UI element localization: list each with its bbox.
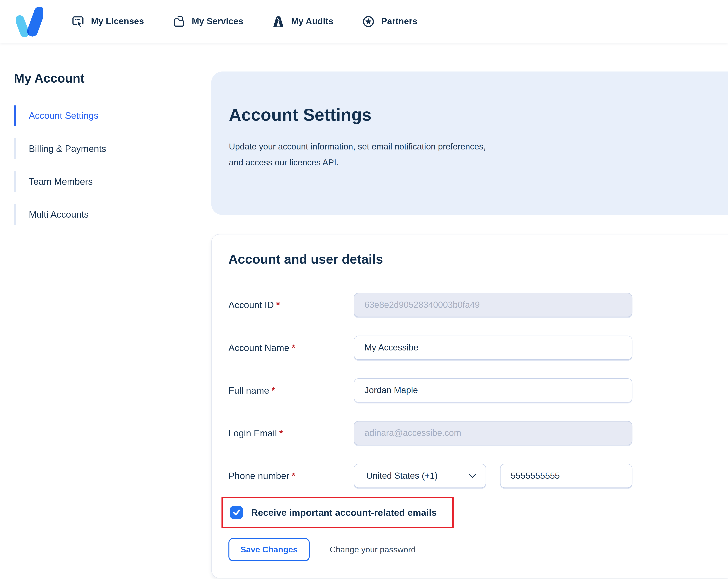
sidebar-nav: Account Settings Billing & Payments Team… bbox=[14, 105, 211, 225]
form-row-account-id: Account ID* bbox=[228, 293, 709, 317]
chevron-down-icon bbox=[468, 471, 476, 481]
label-text: Login Email bbox=[228, 428, 277, 438]
sidebar-item-team-members[interactable]: Team Members bbox=[14, 171, 211, 192]
country-code-select[interactable]: United States (+1) bbox=[354, 464, 486, 488]
page-description-line: Update your account information, set ema… bbox=[229, 139, 591, 154]
phone-input-group: United States (+1) bbox=[354, 464, 632, 488]
receive-emails-checkbox[interactable] bbox=[230, 506, 243, 519]
partners-star-circle-icon bbox=[362, 15, 375, 28]
page-description: Update your account information, set ema… bbox=[229, 139, 591, 170]
form-row-account-name: Account Name* bbox=[228, 336, 709, 360]
required-asterisk: * bbox=[292, 471, 295, 481]
sidebar-item-label: Team Members bbox=[29, 176, 93, 187]
form-actions: Save Changes Change your password bbox=[228, 538, 709, 561]
full-name-label: Full name* bbox=[228, 385, 354, 396]
receive-emails-label: Receive important account-related emails bbox=[251, 507, 437, 518]
account-id-field bbox=[354, 293, 632, 317]
change-password-link[interactable]: Change your password bbox=[330, 545, 416, 555]
sidebar-title: My Account bbox=[14, 72, 211, 86]
nav-item-partners[interactable]: Partners bbox=[362, 15, 417, 28]
login-email-field bbox=[354, 421, 632, 445]
label-text: Phone number bbox=[228, 471, 289, 481]
sidebar: My Account Account Settings Billing & Pa… bbox=[0, 43, 211, 237]
services-folder-icon bbox=[173, 15, 185, 28]
phone-number-label: Phone number* bbox=[228, 471, 354, 481]
required-asterisk: * bbox=[291, 342, 295, 352]
sidebar-item-account-settings[interactable]: Account Settings bbox=[14, 105, 211, 126]
sidebar-item-multi-accounts[interactable]: Multi Accounts bbox=[14, 204, 211, 225]
nav-item-label: My Audits bbox=[291, 16, 334, 26]
checkmark-icon bbox=[232, 509, 240, 516]
required-asterisk: * bbox=[279, 428, 283, 438]
sidebar-item-label: Billing & Payments bbox=[29, 143, 106, 154]
page-header-card: Account Settings Update your account inf… bbox=[211, 72, 728, 215]
form-row-phone-number: Phone number* United States (+1) bbox=[228, 464, 709, 488]
phone-number-field[interactable] bbox=[500, 464, 632, 488]
audits-easel-icon bbox=[272, 15, 285, 28]
account-details-card: Account and user details Account ID* Acc… bbox=[211, 234, 728, 578]
country-code-value: United States (+1) bbox=[366, 471, 438, 481]
nav-item-label: Partners bbox=[381, 16, 417, 26]
account-name-label: Account Name* bbox=[228, 342, 354, 353]
sidebar-item-label: Account Settings bbox=[29, 110, 99, 121]
label-text: Account ID bbox=[228, 300, 274, 310]
nav-item-label: My Services bbox=[192, 16, 243, 26]
label-text: Full name bbox=[228, 385, 269, 395]
page-body: My Account Account Settings Billing & Pa… bbox=[0, 43, 728, 578]
nav-item-label: My Licenses bbox=[91, 16, 144, 26]
account-name-field[interactable] bbox=[354, 336, 632, 360]
label-text: Account Name bbox=[228, 342, 289, 352]
required-asterisk: * bbox=[271, 385, 275, 395]
accessibe-logo[interactable] bbox=[16, 5, 43, 38]
main-content: Account Settings Update your account inf… bbox=[211, 43, 728, 578]
account-id-label: Account ID* bbox=[228, 300, 354, 310]
sidebar-item-billing-payments[interactable]: Billing & Payments bbox=[14, 138, 211, 159]
required-asterisk: * bbox=[276, 300, 280, 310]
page: My Licenses My Services My Audits bbox=[0, 0, 728, 579]
nav-item-my-audits[interactable]: My Audits bbox=[272, 15, 334, 28]
nav-item-my-licenses[interactable]: My Licenses bbox=[72, 15, 144, 28]
licenses-window-cursor-icon bbox=[72, 15, 84, 28]
page-title: Account Settings bbox=[229, 105, 706, 125]
full-name-field[interactable] bbox=[354, 378, 632, 402]
page-description-line: and access our licences API. bbox=[229, 155, 591, 170]
red-highlight-annotation: Receive important account-related emails bbox=[222, 497, 453, 528]
top-navigation: My Licenses My Services My Audits bbox=[0, 0, 728, 43]
form-row-full-name: Full name* bbox=[228, 378, 709, 402]
login-email-label: Login Email* bbox=[228, 428, 354, 439]
form-row-login-email: Login Email* bbox=[228, 421, 709, 445]
sidebar-item-label: Multi Accounts bbox=[29, 209, 89, 220]
nav-item-my-services[interactable]: My Services bbox=[173, 15, 243, 28]
save-changes-button[interactable]: Save Changes bbox=[228, 538, 310, 561]
section-title: Account and user details bbox=[228, 252, 709, 267]
